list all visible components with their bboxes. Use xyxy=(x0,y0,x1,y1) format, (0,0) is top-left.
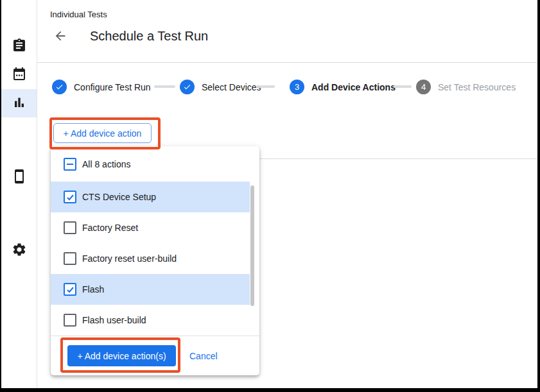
option-cts-device-setup[interactable]: CTS Device Setup xyxy=(51,182,250,212)
calendar-icon xyxy=(12,66,27,83)
stepper-step-add-device-actions[interactable]: 3 Add Device Actions xyxy=(290,80,396,94)
gear-icon xyxy=(12,242,27,259)
clipboard-icon xyxy=(12,38,27,55)
cancel-link[interactable]: Cancel xyxy=(189,351,218,361)
bar-chart-icon xyxy=(12,95,27,112)
step-label: Set Test Resources xyxy=(438,82,516,92)
stepper-step-set-test-resources[interactable]: 4 Set Test Resources xyxy=(416,80,516,94)
dropdown-scrollbar[interactable] xyxy=(250,185,254,306)
step-number-badge: 3 xyxy=(290,80,304,94)
option-checkbox[interactable] xyxy=(64,314,76,327)
sidebar-item-schedules[interactable] xyxy=(1,60,37,89)
option-checkbox[interactable] xyxy=(64,221,76,234)
option-label: CTS Device Setup xyxy=(82,192,156,202)
option-factory-reset-user-build[interactable]: Factory reset user-build xyxy=(51,243,250,274)
breadcrumb: Individual Tests xyxy=(50,10,107,19)
stepper-step-select-devices[interactable]: Select Devices xyxy=(180,80,261,94)
device-actions-dropdown: All 8 actions CTS Device Setup Factory R… xyxy=(51,146,259,375)
step-number-badge: 4 xyxy=(416,80,431,94)
page-title: Schedule a Test Run xyxy=(90,28,208,44)
option-label: Flash xyxy=(82,284,104,294)
option-label: Factory Reset xyxy=(82,223,138,233)
option-checkbox[interactable] xyxy=(64,252,76,265)
select-all-checkbox[interactable] xyxy=(64,158,76,171)
option-flash-user-build[interactable]: Flash user-build xyxy=(51,305,250,336)
select-all-row[interactable]: All 8 actions xyxy=(51,146,259,182)
option-label: Flash user-build xyxy=(82,315,146,325)
option-factory-reset[interactable]: Factory Reset xyxy=(51,212,250,243)
sidebar xyxy=(1,0,37,388)
option-label: Factory reset user-build xyxy=(82,253,177,264)
step-check-icon xyxy=(52,80,67,94)
sidebar-item-devices[interactable] xyxy=(1,163,37,191)
step-label: Select Devices xyxy=(202,82,261,92)
sidebar-item-settings[interactable] xyxy=(1,236,37,264)
option-checkbox[interactable] xyxy=(64,283,76,296)
stepper-connector xyxy=(394,85,412,88)
step-label: Add Device Actions xyxy=(311,82,396,92)
back-arrow-icon[interactable] xyxy=(53,29,68,44)
smartphone-icon xyxy=(12,169,27,186)
sidebar-item-test-plans[interactable] xyxy=(1,32,37,60)
add-device-action-button[interactable]: + Add device action xyxy=(53,123,152,143)
step-label: Configure Test Run xyxy=(74,82,151,92)
sidebar-item-test-results[interactable] xyxy=(1,89,37,117)
option-checkbox[interactable] xyxy=(64,191,76,203)
header-divider xyxy=(37,62,537,63)
select-all-label: All 8 actions xyxy=(82,159,130,169)
add-device-actions-submit-button[interactable]: + Add device action(s) xyxy=(67,345,176,366)
section-divider xyxy=(259,158,537,159)
step-check-icon xyxy=(180,80,195,94)
main-canvas: Individual Tests Schedule a Test Run Con… xyxy=(1,0,537,388)
device-action-options: CTS Device Setup Factory Reset Factory r… xyxy=(51,182,259,336)
stepper-connector xyxy=(154,85,175,88)
app-window: Individual Tests Schedule a Test Run Con… xyxy=(0,0,540,392)
stepper-step-configure-test-run[interactable]: Configure Test Run xyxy=(52,80,151,94)
option-flash[interactable]: Flash xyxy=(51,274,250,305)
stepper-connector xyxy=(257,85,275,88)
dropdown-footer: + Add device action(s) Cancel xyxy=(51,336,259,375)
